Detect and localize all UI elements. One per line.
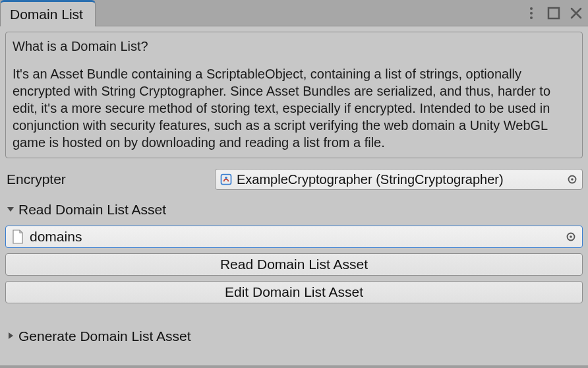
object-picker-icon[interactable] — [565, 172, 579, 187]
close-icon[interactable] — [568, 5, 584, 21]
window-tab-bar: Domain List — [0, 0, 588, 26]
file-icon — [11, 230, 24, 244]
section-divider — [5, 314, 583, 319]
object-field-encrypter[interactable]: ExampleCryptographer (StringCryptographe… — [215, 169, 583, 190]
label-encrypter: Encrypter — [5, 171, 210, 187]
foldout-generate-domain-list[interactable]: Generate Domain List Asset — [5, 326, 583, 346]
help-heading: What is a Domain List? — [13, 38, 575, 55]
maximize-icon[interactable] — [546, 5, 562, 21]
row-encrypter: Encrypter ExampleCryptographer (StringCr… — [5, 165, 583, 193]
svg-point-5 — [225, 177, 227, 179]
kebab-icon[interactable] — [523, 5, 539, 21]
foldout-generate-title: Generate Domain List Asset — [18, 328, 191, 344]
svg-point-0 — [530, 7, 533, 10]
section-read-body: domains Read Domain List Asset Edit Doma… — [5, 226, 583, 307]
svg-point-2 — [530, 16, 533, 19]
tab-domain-list[interactable]: Domain List — [0, 0, 96, 26]
help-body: It's an Asset Bundle containing a Script… — [13, 65, 575, 151]
object-picker-icon[interactable] — [564, 230, 578, 244]
foldout-closed-icon — [5, 328, 16, 344]
edit-button-label: Edit Domain List Asset — [225, 284, 363, 300]
svg-point-9 — [570, 235, 572, 238]
window-controls — [523, 0, 584, 26]
read-domain-list-button[interactable]: Read Domain List Asset — [5, 253, 583, 276]
edit-domain-list-button[interactable]: Edit Domain List Asset — [5, 281, 583, 303]
window-bottom-edge — [0, 365, 588, 368]
read-button-label: Read Domain List Asset — [220, 257, 368, 272]
svg-rect-3 — [548, 8, 559, 18]
panel-body: What is a Domain List? It's an Asset Bun… — [0, 26, 588, 352]
foldout-open-icon — [5, 202, 16, 218]
help-box: What is a Domain List? It's an Asset Bun… — [5, 32, 583, 158]
asset-field-value: domains — [30, 229, 558, 245]
foldout-read-title: Read Domain List Asset — [18, 202, 166, 218]
tab-title: Domain List — [10, 7, 83, 22]
foldout-read-domain-list[interactable]: Read Domain List Asset — [5, 199, 583, 219]
object-field-encrypter-value: ExampleCryptographer (StringCryptographe… — [237, 172, 561, 187]
scriptable-object-icon — [220, 173, 233, 186]
svg-point-7 — [571, 178, 573, 181]
svg-point-1 — [530, 12, 533, 15]
asset-field-domains[interactable]: domains — [5, 226, 583, 248]
